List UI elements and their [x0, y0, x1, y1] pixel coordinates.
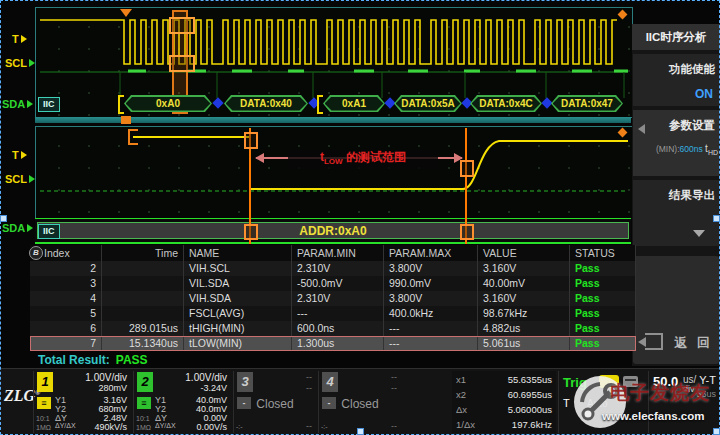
trigger-source-icon [599, 375, 619, 388]
table-row[interactable]: 6289.015ustHIGH(MIN) 600.0ns---4.882us P… [30, 321, 636, 336]
zoom-scrollbar[interactable] [35, 117, 631, 123]
channel3-badge: 3 [237, 372, 253, 392]
cursor-handle[interactable] [244, 224, 258, 240]
table-row[interactable]: 4VIH.SDA 2.310V3.800V3.160V Pass [30, 291, 636, 306]
sidebar-title: IIC时序分析 [632, 24, 720, 50]
coupling-icon: ≡ [137, 397, 151, 409]
channel4-badge: 4 [322, 372, 338, 392]
coupling-icon: ≡ [37, 397, 51, 409]
trigger-position-icon[interactable] [120, 9, 132, 17]
trigger-level-label-2: T [12, 149, 27, 161]
cursor-readout: x155.6355us x260.6955us Δx5.06000us 1/Δx… [452, 371, 556, 433]
enable-panel[interactable]: 功能使能 ON [633, 54, 719, 106]
decode-segment: DATA:0x5A [394, 95, 462, 112]
channel2-block[interactable]: 2 1.00V/div -3.24V ≡ Y1 40.0mV Y2 40.0mV… [133, 371, 231, 433]
iic-bus-tag-2: IIC [38, 224, 60, 239]
param-preview: (MIN):600ns tHD [633, 133, 719, 156]
selection-handle[interactable] [713, 215, 720, 222]
waveform-window-zoom [35, 126, 633, 219]
param-settings-panel[interactable]: 参数设置 (MIN):600ns tHD [633, 110, 719, 176]
timebase-block[interactable]: 50.0 us/ div Y-T 56us [648, 371, 719, 433]
sda-channel-label-1: SDA [2, 98, 33, 110]
channel1-block[interactable]: 1 1.00V/div 280mV ≡ Y1 3.16V Y2 680mV 10… [33, 371, 131, 433]
edge-marker-icon [128, 129, 138, 145]
trigger-block[interactable]: Trig T Auto [558, 371, 647, 433]
scl-channel-label-1: SCL [5, 57, 35, 69]
zoom-scrollbar-handle[interactable] [121, 116, 131, 124]
table-row[interactable]: 3VIL.SDA -500.0mV990.0mV40.00mV Pass [30, 276, 636, 291]
chevron-down-icon[interactable] [693, 230, 705, 237]
channel2-badge: 2 [137, 372, 153, 392]
return-arrow-icon [645, 333, 663, 350]
back-button[interactable]: 返 回 [633, 256, 719, 364]
decode-segment: DATA:0x47 [551, 95, 623, 112]
decode-segment: 0xA0 [124, 95, 212, 112]
results-table: B IndexTime NAMEPARAM.MIN PARAM.MAXVALUE… [30, 245, 636, 351]
iic-bus-tag-1: IIC [38, 97, 60, 112]
export-panel[interactable]: 结果导出 [633, 180, 719, 246]
table-header: IndexTime NAMEPARAM.MIN PARAM.MAXVALUE S… [30, 245, 636, 261]
arrow-right-icon [27, 100, 33, 108]
oscilloscope-screen: T SCL SDA [0, 0, 720, 435]
arrow-left-icon [255, 153, 264, 163]
decode-segment: DATA:0x4C [470, 95, 542, 112]
channel1-badge: 1 [37, 372, 53, 392]
channel4-block[interactable]: 4 -- -- - Closed -:- -- [318, 371, 401, 433]
decode-bus-zoom: ADDR:0xA0 [35, 218, 631, 244]
keyboard-icon [623, 376, 638, 387]
trigger-level-label-1: T [12, 33, 27, 45]
table-row-selected[interactable]: 715.1340ustLOW(MIN) 1.300us---5.061us Pa… [30, 336, 636, 351]
zoom-band-handle-mid[interactable] [169, 55, 195, 72]
channel3-block[interactable]: 3 -- -- - Closed -:- -- [233, 371, 316, 433]
iic-analysis-sidebar: IIC时序分析 功能使能 ON 参数设置 (MIN):600ns tHD 结果导… [632, 24, 720, 366]
cursor-handle[interactable] [460, 224, 474, 240]
table-row[interactable]: 5FSCL(AVG) ---400.0kHz98.67kHz Pass [30, 306, 636, 321]
tlow-range-label: tLOW 的测试范围 [288, 150, 438, 169]
enable-value: ON [633, 77, 719, 101]
cursor-handle[interactable] [460, 160, 474, 177]
scl-channel-label-2: SCL [5, 173, 35, 185]
total-result: Total Result:PASS [38, 353, 148, 367]
arrow-right-icon [27, 224, 33, 232]
cursor-handle[interactable] [244, 132, 258, 149]
status-bar: ZLG® 1 1.00V/div 280mV ≡ Y1 3.16V Y2 680… [0, 368, 720, 435]
table-row[interactable]: 2VIH.SCL 2.310V3.800V3.160V Pass [30, 261, 636, 276]
addr-segment: ADDR:0xA0 [37, 222, 629, 239]
selection-handle[interactable] [0, 215, 7, 222]
selection-handle[interactable] [357, 428, 364, 435]
zoom-band-handle-top[interactable] [169, 17, 195, 34]
sda-channel-label-2: SDA [2, 222, 33, 234]
decode-segment: 0xA1 [323, 95, 385, 112]
arrow-right-icon [21, 151, 27, 159]
waveform-traces-zoom [36, 127, 632, 219]
chevron-left-icon[interactable] [638, 124, 645, 134]
selection-handle[interactable] [713, 428, 720, 435]
bus-badge-icon: B [29, 246, 43, 260]
arrow-right-icon [21, 35, 27, 43]
decode-segment: DATA:0x40 [224, 95, 308, 112]
